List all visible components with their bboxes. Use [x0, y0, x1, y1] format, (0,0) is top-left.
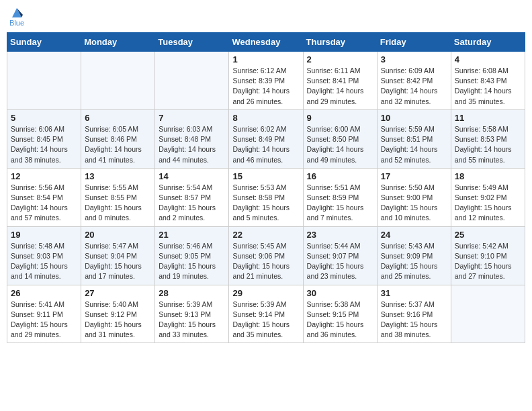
calendar-week-row: 5Sunrise: 6:06 AM Sunset: 8:45 PM Daylig…	[7, 109, 525, 168]
calendar-cell: 26Sunrise: 5:41 AM Sunset: 9:11 PM Dayli…	[7, 285, 81, 343]
calendar-cell: 21Sunrise: 5:46 AM Sunset: 9:05 PM Dayli…	[155, 226, 229, 285]
day-number: 14	[159, 171, 225, 181]
day-info: Sunrise: 5:47 AM Sunset: 9:04 PM Dayligh…	[85, 241, 151, 282]
day-of-week-header: Sunday	[7, 33, 81, 52]
day-info: Sunrise: 6:12 AM Sunset: 8:39 PM Dayligh…	[232, 66, 299, 107]
day-of-week-header: Thursday	[303, 33, 377, 52]
calendar-cell: 28Sunrise: 5:39 AM Sunset: 9:13 PM Dayli…	[155, 285, 229, 343]
day-info: Sunrise: 5:39 AM Sunset: 9:14 PM Dayligh…	[232, 300, 299, 340]
calendar-cell: 8Sunrise: 6:02 AM Sunset: 8:49 PM Daylig…	[229, 109, 303, 168]
calendar-cell: 30Sunrise: 5:38 AM Sunset: 9:15 PM Dayli…	[303, 285, 377, 343]
calendar-cell: 16Sunrise: 5:51 AM Sunset: 8:59 PM Dayli…	[303, 168, 377, 226]
calendar-cell: 22Sunrise: 5:45 AM Sunset: 9:06 PM Dayli…	[229, 226, 303, 285]
calendar-cell: 20Sunrise: 5:47 AM Sunset: 9:04 PM Dayli…	[81, 226, 155, 285]
day-of-week-header: Wednesday	[229, 33, 303, 52]
day-info: Sunrise: 5:59 AM Sunset: 8:51 PM Dayligh…	[381, 124, 447, 165]
day-number: 3	[381, 54, 447, 64]
day-number: 30	[307, 288, 373, 298]
day-number: 23	[307, 230, 373, 240]
day-number: 25	[455, 230, 521, 240]
day-number: 18	[455, 171, 521, 181]
day-of-week-header: Friday	[377, 33, 451, 52]
day-number: 2	[307, 54, 373, 64]
day-info: Sunrise: 5:37 AM Sunset: 9:16 PM Dayligh…	[381, 300, 447, 340]
day-number: 6	[85, 113, 151, 123]
calendar-week-row: 26Sunrise: 5:41 AM Sunset: 9:11 PM Dayli…	[7, 285, 525, 343]
day-of-week-header: Tuesday	[155, 33, 229, 52]
day-info: Sunrise: 5:45 AM Sunset: 9:06 PM Dayligh…	[232, 241, 299, 282]
day-number: 5	[11, 113, 77, 123]
day-info: Sunrise: 5:43 AM Sunset: 9:09 PM Dayligh…	[381, 241, 447, 282]
day-info: Sunrise: 5:38 AM Sunset: 9:15 PM Dayligh…	[307, 300, 373, 340]
day-number: 20	[85, 230, 151, 240]
calendar-header-row: SundayMondayTuesdayWednesdayThursdayFrid…	[7, 33, 525, 52]
calendar-cell: 17Sunrise: 5:50 AM Sunset: 9:00 PM Dayli…	[377, 168, 451, 226]
calendar-cell: 24Sunrise: 5:43 AM Sunset: 9:09 PM Dayli…	[377, 226, 451, 285]
day-number: 24	[381, 230, 447, 240]
day-info: Sunrise: 5:48 AM Sunset: 9:03 PM Dayligh…	[11, 241, 77, 282]
day-info: Sunrise: 5:42 AM Sunset: 9:10 PM Dayligh…	[455, 241, 521, 282]
day-info: Sunrise: 5:58 AM Sunset: 8:53 PM Dayligh…	[455, 124, 521, 165]
day-number: 9	[307, 113, 373, 123]
calendar-cell: 11Sunrise: 5:58 AM Sunset: 8:53 PM Dayli…	[451, 109, 525, 168]
calendar-table: SundayMondayTuesdayWednesdayThursdayFrid…	[7, 32, 525, 343]
day-info: Sunrise: 5:49 AM Sunset: 9:02 PM Dayligh…	[455, 183, 521, 224]
calendar-cell	[155, 52, 229, 110]
day-info: Sunrise: 5:54 AM Sunset: 8:57 PM Dayligh…	[159, 183, 225, 224]
day-number: 10	[381, 113, 447, 123]
day-info: Sunrise: 5:53 AM Sunset: 8:58 PM Dayligh…	[232, 183, 299, 224]
calendar-cell: 29Sunrise: 5:39 AM Sunset: 9:14 PM Dayli…	[229, 285, 303, 343]
calendar-cell	[81, 52, 155, 110]
day-number: 1	[232, 54, 299, 64]
day-info: Sunrise: 5:50 AM Sunset: 9:00 PM Dayligh…	[381, 183, 447, 224]
calendar-cell: 15Sunrise: 5:53 AM Sunset: 8:58 PM Dayli…	[229, 168, 303, 226]
calendar-cell: 6Sunrise: 6:05 AM Sunset: 8:46 PM Daylig…	[81, 109, 155, 168]
day-number: 7	[159, 113, 225, 123]
day-info: Sunrise: 6:02 AM Sunset: 8:49 PM Dayligh…	[232, 124, 299, 165]
day-info: Sunrise: 6:08 AM Sunset: 8:43 PM Dayligh…	[455, 66, 521, 107]
day-info: Sunrise: 6:05 AM Sunset: 8:46 PM Dayligh…	[85, 124, 151, 165]
calendar-week-row: 1Sunrise: 6:12 AM Sunset: 8:39 PM Daylig…	[7, 52, 525, 110]
day-number: 31	[381, 288, 447, 298]
calendar-cell: 3Sunrise: 6:09 AM Sunset: 8:42 PM Daylig…	[377, 52, 451, 110]
logo: Blue	[9, 7, 24, 27]
day-info: Sunrise: 5:41 AM Sunset: 9:11 PM Dayligh…	[11, 300, 77, 340]
calendar-cell	[7, 52, 81, 110]
day-info: Sunrise: 6:11 AM Sunset: 8:41 PM Dayligh…	[307, 66, 373, 107]
day-number: 19	[11, 230, 77, 240]
day-number: 4	[455, 54, 521, 64]
day-number: 11	[455, 113, 521, 123]
day-info: Sunrise: 5:56 AM Sunset: 8:54 PM Dayligh…	[11, 183, 77, 224]
calendar-cell: 19Sunrise: 5:48 AM Sunset: 9:03 PM Dayli…	[7, 226, 81, 285]
page-header: Blue	[7, 7, 525, 27]
day-number: 13	[85, 171, 151, 181]
calendar-cell	[451, 285, 525, 343]
calendar-cell: 31Sunrise: 5:37 AM Sunset: 9:16 PM Dayli…	[377, 285, 451, 343]
day-of-week-header: Monday	[81, 33, 155, 52]
day-info: Sunrise: 6:09 AM Sunset: 8:42 PM Dayligh…	[381, 66, 447, 107]
calendar-cell: 13Sunrise: 5:55 AM Sunset: 8:55 PM Dayli…	[81, 168, 155, 226]
logo-icon	[11, 7, 23, 19]
day-info: Sunrise: 6:06 AM Sunset: 8:45 PM Dayligh…	[11, 124, 77, 165]
day-info: Sunrise: 5:40 AM Sunset: 9:12 PM Dayligh…	[85, 300, 151, 340]
calendar-week-row: 12Sunrise: 5:56 AM Sunset: 8:54 PM Dayli…	[7, 168, 525, 226]
day-of-week-header: Saturday	[451, 33, 525, 52]
day-number: 26	[11, 288, 77, 298]
day-info: Sunrise: 6:00 AM Sunset: 8:50 PM Dayligh…	[307, 124, 373, 165]
day-number: 8	[232, 113, 299, 123]
day-number: 21	[159, 230, 225, 240]
day-info: Sunrise: 5:39 AM Sunset: 9:13 PM Dayligh…	[159, 300, 225, 340]
calendar-cell: 5Sunrise: 6:06 AM Sunset: 8:45 PM Daylig…	[7, 109, 81, 168]
calendar-week-row: 19Sunrise: 5:48 AM Sunset: 9:03 PM Dayli…	[7, 226, 525, 285]
day-info: Sunrise: 5:44 AM Sunset: 9:07 PM Dayligh…	[307, 241, 373, 282]
day-number: 22	[232, 230, 299, 240]
calendar-cell: 10Sunrise: 5:59 AM Sunset: 8:51 PM Dayli…	[377, 109, 451, 168]
day-number: 15	[232, 171, 299, 181]
day-number: 29	[232, 288, 299, 298]
day-info: Sunrise: 5:55 AM Sunset: 8:55 PM Dayligh…	[85, 183, 151, 224]
day-info: Sunrise: 6:03 AM Sunset: 8:48 PM Dayligh…	[159, 124, 225, 165]
calendar-cell: 27Sunrise: 5:40 AM Sunset: 9:12 PM Dayli…	[81, 285, 155, 343]
calendar-cell: 7Sunrise: 6:03 AM Sunset: 8:48 PM Daylig…	[155, 109, 229, 168]
calendar-cell: 2Sunrise: 6:11 AM Sunset: 8:41 PM Daylig…	[303, 52, 377, 110]
day-number: 28	[159, 288, 225, 298]
